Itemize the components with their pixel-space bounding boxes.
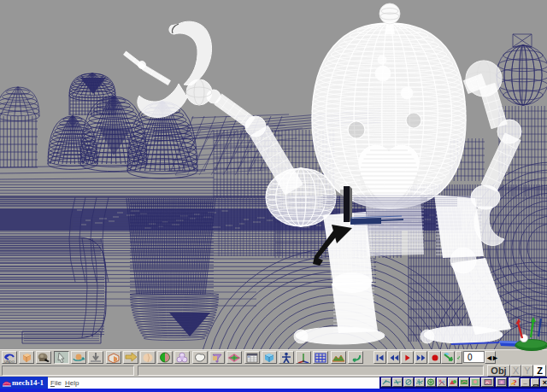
svg-text:UNDO: UNDO [4,360,15,364]
svg-text:?: ? [513,378,517,386]
